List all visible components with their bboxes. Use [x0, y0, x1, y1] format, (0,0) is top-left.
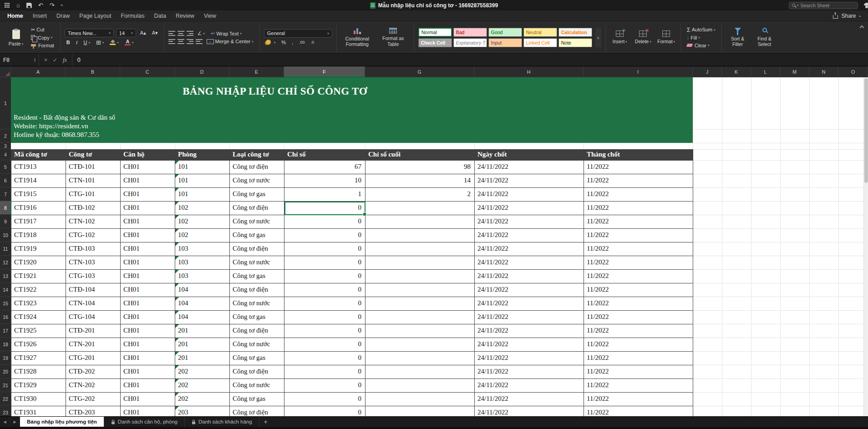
cell-E12[interactable]: Công tơ nước: [230, 256, 284, 270]
cell-A15[interactable]: CT1923: [11, 297, 66, 311]
cell-C20[interactable]: CH01: [121, 365, 175, 379]
row-header-17[interactable]: 17: [0, 324, 11, 338]
menu-tab-formulas[interactable]: Formulas: [121, 13, 144, 19]
menu-tab-review[interactable]: Review: [176, 13, 194, 19]
cell-F9[interactable]: 0: [284, 215, 365, 229]
row-header-4[interactable]: 4: [0, 149, 11, 160]
cell-H12[interactable]: 24/11/2022: [475, 256, 584, 270]
enter-button[interactable]: ✓: [53, 57, 57, 63]
cell-H8[interactable]: 24/11/2022: [475, 202, 584, 215]
cell-E11[interactable]: Công tơ điện: [230, 242, 284, 256]
font-color-button[interactable]: A▾: [123, 39, 136, 46]
cell-D7[interactable]: 101: [175, 188, 230, 202]
cell-G19[interactable]: [365, 352, 475, 365]
cell-H5[interactable]: 24/11/2022: [475, 161, 584, 174]
cell-E15[interactable]: Công tơ nước: [230, 297, 284, 311]
cell-B9[interactable]: CTN-102: [66, 215, 121, 229]
font-size-select[interactable]: 14▾: [116, 29, 136, 37]
cell-B20[interactable]: CTĐ-202: [66, 365, 121, 379]
cell-D19[interactable]: 201: [175, 352, 230, 365]
cell-I22[interactable]: 11/2022: [584, 393, 693, 406]
cell-H19[interactable]: 24/11/2022: [475, 352, 584, 365]
cell-E10[interactable]: Công tơ gas: [230, 229, 284, 242]
cancel-button[interactable]: ×: [44, 57, 47, 63]
cell-I8[interactable]: 11/2022: [584, 202, 693, 215]
cell-C23[interactable]: CH01: [121, 406, 175, 416]
cell-C19[interactable]: CH01: [121, 352, 175, 365]
underline-button[interactable]: U▾: [81, 39, 91, 45]
align-middle-icon[interactable]: [178, 39, 184, 44]
cell-B7[interactable]: CTG-101: [66, 188, 121, 202]
delete-cells-button[interactable]: × Delete▾: [633, 30, 653, 44]
column-header-L[interactable]: L: [751, 66, 780, 77]
decrease-font-size-button[interactable]: A▾: [150, 30, 160, 36]
cell-D11[interactable]: 103: [175, 242, 230, 256]
cell-B6[interactable]: CTN-101: [66, 174, 121, 188]
row-header-7[interactable]: 7: [0, 187, 11, 201]
cell-H20[interactable]: 24/11/2022: [475, 365, 584, 379]
row-header-6[interactable]: 6: [0, 174, 11, 187]
cell-F6[interactable]: 10: [284, 174, 365, 188]
cell-A20[interactable]: CT1928: [11, 365, 66, 379]
cell-C15[interactable]: CH01: [121, 297, 175, 311]
cell-A19[interactable]: CT1927: [11, 352, 66, 365]
cell-B23[interactable]: CTĐ-203: [66, 406, 121, 416]
conditional-formatting-button[interactable]: Conditional Formatting: [341, 28, 374, 47]
cell-F11[interactable]: 0: [284, 242, 365, 256]
cell-A8[interactable]: CT1916: [11, 202, 66, 215]
next-sheet-button[interactable]: ▶: [10, 417, 20, 427]
cell-B18[interactable]: CTN-201: [66, 338, 121, 352]
add-sheet-button[interactable]: +: [259, 417, 272, 427]
cell-H17[interactable]: 24/11/2022: [475, 324, 584, 338]
column-header-O[interactable]: O: [838, 66, 868, 77]
column-header-D[interactable]: D: [175, 66, 229, 77]
cell-E18[interactable]: Công tơ nước: [230, 338, 284, 352]
cell-G10[interactable]: [365, 229, 475, 242]
cell-C6[interactable]: CH01: [121, 174, 175, 188]
cell-G17[interactable]: [365, 324, 475, 338]
cell-F14[interactable]: 0: [284, 283, 365, 297]
row-header-15[interactable]: 15: [0, 297, 11, 310]
cell-B10[interactable]: CTG-102: [66, 229, 121, 242]
column-header-F[interactable]: F: [284, 66, 365, 77]
cell-I10[interactable]: 11/2022: [584, 229, 693, 242]
percent-style-button[interactable]: %: [279, 39, 288, 45]
name-box[interactable]: F8 ▴▾: [0, 54, 39, 66]
search-input[interactable]: ▾ Search Sheet: [789, 2, 858, 9]
cell-I17[interactable]: 11/2022: [584, 324, 693, 338]
cell-C12[interactable]: CH01: [121, 256, 175, 270]
cell-E13[interactable]: Công tơ gas: [230, 270, 284, 283]
cell-I12[interactable]: 11/2022: [584, 256, 693, 270]
cell-F5[interactable]: 67: [284, 161, 365, 174]
cell-G21[interactable]: [365, 379, 475, 393]
cell-I21[interactable]: 11/2022: [584, 379, 693, 393]
select-all-corner[interactable]: [0, 66, 11, 77]
cell-A9[interactable]: CT1917: [11, 215, 66, 229]
row-header-14[interactable]: 14: [0, 283, 11, 297]
wrap-text-button[interactable]: ↩Wrap Text▾: [209, 30, 244, 37]
cell-G23[interactable]: [365, 406, 475, 416]
align-bottom-icon[interactable]: [187, 39, 193, 44]
cell-C8[interactable]: CH01: [121, 202, 175, 215]
autosum-button[interactable]: ΣAutoSum▾: [685, 26, 717, 33]
save-icon[interactable]: [26, 3, 32, 8]
row-header-5[interactable]: 5: [0, 160, 11, 174]
cell-A21[interactable]: CT1929: [11, 379, 66, 393]
column-header-M[interactable]: M: [780, 66, 809, 77]
cell-B21[interactable]: CTN-202: [66, 379, 121, 393]
cell-G6[interactable]: 14: [365, 174, 475, 188]
row-header-21[interactable]: 21: [0, 379, 11, 392]
sheet-tab-danh-s-ch-kh-ch-h-ng[interactable]: Danh sách khách hàng: [185, 417, 259, 427]
decrease-decimal-button[interactable]: .0: [309, 40, 316, 45]
home-icon[interactable]: ⌂: [16, 2, 20, 8]
cell-I16[interactable]: 11/2022: [584, 311, 693, 324]
sheet-tab-b-ng-nh-p-li-u-ph-ng-ti-n[interactable]: Bảng nhập liệu phương tiện: [20, 417, 104, 427]
insert-cells-button[interactable]: + Insert▾: [610, 30, 630, 44]
cell-style-explanatory-t[interactable]: Explanatory T...: [453, 38, 487, 47]
cell-D6[interactable]: 101: [175, 174, 230, 188]
align-left-icon[interactable]: [168, 31, 175, 36]
cell-E5[interactable]: Công tơ điện: [230, 161, 284, 174]
cell-A7[interactable]: CT1915: [11, 188, 66, 202]
column-header-H[interactable]: H: [474, 66, 584, 77]
sort-filter-button[interactable]: Sort & Filter: [726, 28, 750, 47]
